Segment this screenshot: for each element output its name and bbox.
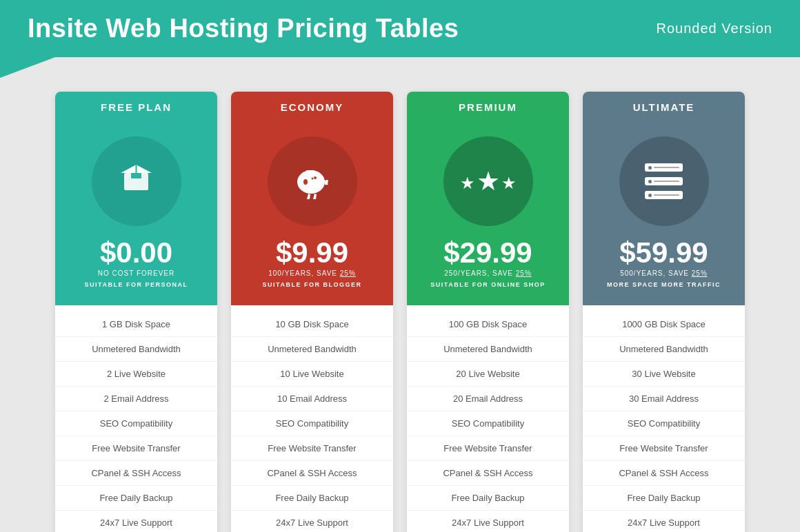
plan-price: $0.00 — [100, 238, 172, 267]
feature-row: SEO Compatibility — [55, 411, 217, 436]
feature-text: Free Website Transfer — [619, 443, 708, 453]
feature-row: SEO Compatibility — [583, 411, 745, 436]
feature-text: 10 Email Address — [277, 393, 347, 404]
plan-price-sub: 500/YEARS, SAVE 25% — [620, 269, 708, 277]
feature-text: Free Website Transfer — [92, 443, 180, 453]
piggy-icon — [292, 161, 333, 202]
feature-row: 100 GB Disk Space — [407, 312, 569, 337]
plan-header-premium: PREMIUM — [407, 92, 569, 123]
feature-row: SEO Compatibility — [231, 411, 393, 436]
feature-text: Free Daily Backup — [99, 493, 172, 503]
feature-row: 30 Live Website — [583, 362, 745, 387]
svg-rect-6 — [306, 170, 315, 174]
feature-text: 1000 GB Disk Space — [622, 319, 706, 329]
plan-features-free: 1 GB Disk Space Unmetered Bandwidth 2 Li… — [55, 305, 217, 532]
svg-point-7 — [303, 179, 308, 185]
feature-row: 24x7 Live Support — [583, 511, 745, 532]
feature-row: Unmetered Bandwidth — [231, 337, 393, 362]
plan-features-ultimate: 1000 GB Disk Space Unmetered Bandwidth 3… — [583, 305, 745, 532]
feature-text: Free Daily Backup — [451, 493, 524, 503]
feature-text: Free Website Transfer — [443, 443, 532, 453]
plan-hero-economy: $9.99 100/YEARS, SAVE 25% SUITABLE FOR B… — [231, 123, 393, 305]
plan-name: FREE PLAN — [62, 101, 210, 113]
feature-text: 2 Live Website — [107, 369, 166, 379]
feature-row: Free Daily Backup — [55, 486, 217, 511]
plan-hero-premium: ★ ★ ★ $29.99 250/YEARS, SAVE 25% SUITABL… — [407, 123, 569, 305]
feature-row: Unmetered Bandwidth — [55, 337, 217, 362]
plan-hero-free: $0.00 NO COST FOREVER SUITABLE FOR PERSO… — [55, 123, 217, 305]
plan-hero-ultimate: $59.99 500/YEARS, SAVE 25% MORE SPACE MO… — [583, 123, 745, 305]
plan-icon-circle: ★ ★ ★ — [443, 136, 533, 226]
feature-row: Unmetered Bandwidth — [407, 337, 569, 362]
feature-text: 30 Live Website — [632, 369, 695, 379]
feature-row: CPanel & SSH Access — [231, 461, 393, 486]
svg-rect-2 — [131, 173, 141, 178]
plan-card-premium: PREMIUM ★ ★ ★ $29.99 250/YEARS, SAVE 25%… — [407, 92, 569, 532]
feature-row: 20 Live Website — [407, 362, 569, 387]
feature-text: SEO Compatibility — [628, 418, 700, 429]
feature-text: CPanel & SSH Access — [91, 468, 181, 478]
feature-row: 20 Email Address — [407, 387, 569, 411]
plan-tagline: MORE SPACE MORE TRAFFIC — [607, 281, 721, 288]
header-subtitle: Rounded Version — [657, 21, 772, 37]
feature-text: Free Daily Backup — [275, 493, 348, 503]
plan-icon-circle — [268, 136, 357, 226]
feature-row: 1000 GB Disk Space — [583, 312, 745, 337]
plan-price-sub: 250/YEARS, SAVE 25% — [444, 269, 532, 277]
feature-text: SEO Compatibility — [276, 418, 348, 429]
plan-card-free: FREE PLAN $0.00 NO COST FOREVER SUITABLE… — [55, 92, 217, 532]
feature-row: Free Daily Backup — [583, 486, 745, 511]
svg-point-8 — [311, 177, 313, 179]
feature-row: 1 GB Disk Space — [55, 312, 217, 337]
feature-row: CPanel & SSH Access — [583, 461, 745, 486]
plan-tagline: SUITABLE FOR ONLINE SHOP — [430, 281, 545, 288]
feature-text: SEO Compatibility — [100, 418, 172, 429]
feature-text: 30 Email Address — [629, 393, 699, 404]
feature-row: Free Daily Backup — [407, 486, 569, 511]
plan-tagline: SUITABLE FOR PERSONAL — [85, 281, 188, 288]
feature-row: 24x7 Live Support — [231, 511, 393, 532]
feature-text: Free Daily Backup — [627, 493, 700, 503]
feature-text: 2 Email Address — [104, 393, 169, 404]
feature-text: 24x7 Live Support — [276, 518, 348, 528]
feature-text: Unmetered Bandwidth — [619, 344, 708, 354]
feature-text: 1 GB Disk Space — [102, 319, 170, 329]
feature-row: 10 Email Address — [231, 387, 393, 411]
feature-row: CPanel & SSH Access — [407, 461, 569, 486]
plan-header-economy: ECONOMY — [231, 92, 393, 123]
feature-text: CPanel & SSH Access — [267, 468, 357, 478]
feature-text: 20 Email Address — [453, 393, 523, 404]
feature-text: Unmetered Bandwidth — [268, 344, 357, 354]
feature-row: Free Website Transfer — [583, 436, 745, 461]
feature-row: SEO Compatibility — [407, 411, 569, 436]
feature-text: 10 Live Website — [280, 369, 343, 379]
plan-features-premium: 100 GB Disk Space Unmetered Bandwidth 20… — [407, 305, 569, 532]
feature-row: 24x7 Live Support — [55, 511, 217, 532]
feature-text: CPanel & SSH Access — [443, 468, 532, 478]
plan-features-economy: 10 GB Disk Space Unmetered Bandwidth 10 … — [231, 305, 393, 532]
feature-row: 30 Email Address — [583, 387, 745, 411]
plan-price: $59.99 — [619, 238, 708, 267]
feature-row: 10 GB Disk Space — [231, 312, 393, 337]
feature-text: 24x7 Live Support — [628, 518, 700, 528]
feature-text: 100 GB Disk Space — [449, 319, 527, 329]
plan-tagline: SUITABLE FOR BLOGGER — [263, 281, 362, 288]
feature-row: CPanel & SSH Access — [55, 461, 217, 486]
plan-card-economy: ECONOMY $9.99 100/YEARS, SAVE 25% SUITAB… — [231, 92, 393, 532]
plan-card-ultimate: ULTIMATE $59.99 500/YEARS, SAVE 25% MORE… — [583, 92, 745, 532]
plan-name: PREMIUM — [414, 101, 562, 113]
feature-text: 24x7 Live Support — [100, 518, 172, 528]
plan-price: $29.99 — [443, 238, 532, 267]
feature-row: 2 Email Address — [55, 387, 217, 411]
feature-row: 2 Live Website — [55, 362, 217, 387]
plan-name: ULTIMATE — [590, 101, 738, 113]
plan-price: $9.99 — [276, 238, 348, 267]
box-icon — [117, 159, 155, 204]
plan-name: ECONOMY — [238, 101, 386, 113]
feature-text: Free Website Transfer — [268, 443, 356, 453]
feature-text: SEO Compatibility — [452, 418, 524, 429]
feature-row: Free Website Transfer — [55, 436, 217, 461]
server-icon — [645, 163, 683, 199]
feature-row: 24x7 Live Support — [407, 511, 569, 532]
stars-icon: ★ ★ ★ — [460, 166, 517, 196]
